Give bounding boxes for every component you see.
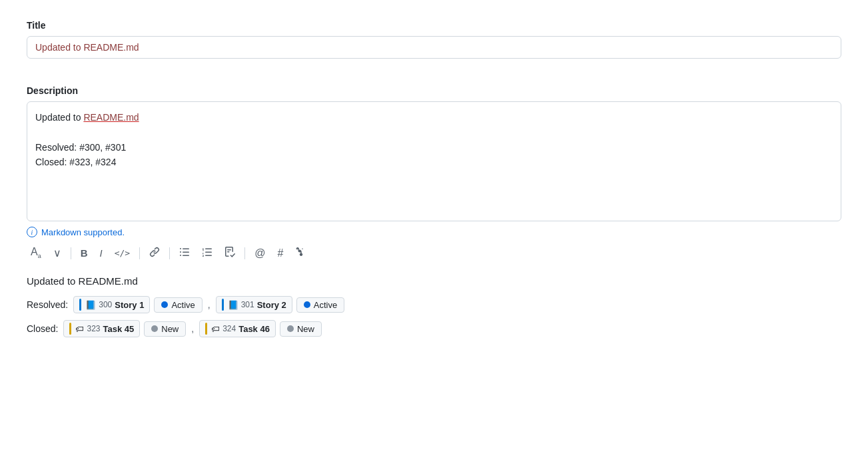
markdown-text: Markdown supported. (41, 227, 125, 237)
closed-item-2-id: 324 (222, 324, 236, 333)
bold-button[interactable]: B (77, 245, 92, 261)
accent-bar-yellow-2 (205, 323, 207, 335)
resolved-item-1-name: Story 1 (115, 300, 144, 310)
resolved-row: Resolved: 📘 300 Story 1 Active , 📘 301 S… (27, 296, 841, 313)
closed-item-1-status: New (144, 321, 186, 337)
resolved-label: Resolved: (27, 299, 68, 310)
resolved-item-2[interactable]: 📘 301 Story 2 (216, 296, 292, 313)
accent-bar-blue-1 (79, 299, 81, 311)
toolbar-divider-3 (169, 247, 170, 259)
italic-button[interactable]: I (96, 245, 107, 261)
task-list-icon (224, 247, 235, 259)
task-list-button[interactable] (220, 244, 239, 262)
closed-item-2-icon: 🏷 (211, 324, 220, 334)
accent-bar-yellow-1 (69, 323, 71, 335)
hash-icon: # (277, 248, 283, 259)
link-button[interactable] (145, 244, 164, 262)
closed-item-1-icon: 🏷 (75, 324, 84, 334)
resolved-item-1-status-label: Active (171, 300, 195, 310)
closed-item-2-status: New (280, 321, 322, 337)
preview-title: Updated to README.md (27, 275, 841, 287)
toolbar-divider-1 (71, 247, 71, 259)
status-dot-blue-2 (304, 301, 310, 308)
accent-bar-blue-2 (222, 299, 224, 311)
resolved-item-1-icon: 📘 (85, 300, 96, 310)
resolved-item-2-icon: 📘 (228, 300, 238, 310)
title-label: Title (27, 20, 841, 31)
info-icon: i (27, 227, 37, 237)
chevron-button[interactable]: ∨ (49, 245, 65, 261)
closed-label: Closed: (27, 323, 58, 334)
resolved-item-1-status: Active (154, 297, 202, 313)
closed-item-2-status-label: New (297, 324, 314, 334)
closed-item-1-name: Task 45 (103, 324, 135, 334)
text-style-button[interactable]: Aa (27, 244, 45, 262)
status-dot-gray-1 (151, 325, 158, 332)
pr-icon (295, 247, 306, 259)
italic-icon: I (100, 248, 103, 258)
resolved-item-2-name: Story 2 (257, 300, 286, 310)
description-label: Description (27, 85, 841, 96)
closed-item-1-status-label: New (161, 324, 179, 334)
toolbar: Aa ∨ B I </> (27, 244, 841, 262)
readme-link: README.md (83, 112, 139, 123)
link-icon (149, 247, 160, 259)
chevron-icon: ∨ (53, 248, 61, 259)
resolved-item-1[interactable]: 📘 300 Story 1 (73, 296, 150, 313)
markdown-note: i Markdown supported. (27, 227, 841, 237)
toolbar-divider-4 (244, 247, 245, 259)
title-section: Title (27, 20, 841, 72)
title-input[interactable] (27, 36, 841, 59)
hash-button[interactable]: # (273, 245, 287, 261)
closed-item-1[interactable]: 🏷 323 Task 45 (63, 320, 140, 337)
toolbar-divider-2 (139, 247, 140, 259)
resolved-item-1-id: 300 (99, 300, 112, 309)
mention-button[interactable]: @ (250, 245, 269, 261)
resolved-item-2-status-label: Active (314, 300, 337, 310)
resolved-item-2-status: Active (296, 297, 344, 313)
code-icon: </> (115, 249, 130, 257)
text-style-icon: Aa (31, 247, 41, 259)
closed-item-2[interactable]: 🏷 324 Task 46 (199, 320, 276, 337)
mention-icon: @ (254, 248, 265, 259)
resolved-item-2-id: 301 (241, 300, 254, 309)
resolved-closed-section: Resolved: 📘 300 Story 1 Active , 📘 301 S… (27, 296, 841, 337)
description-textarea[interactable]: Updated to README.md Resolved: #300, #30… (27, 101, 841, 221)
code-button[interactable]: </> (111, 246, 134, 260)
pr-button[interactable] (291, 244, 310, 262)
description-closed-line: Closed: #323, #324 (35, 155, 833, 169)
unordered-list-button[interactable] (175, 244, 194, 262)
status-dot-gray-2 (287, 325, 294, 332)
ordered-list-button[interactable] (198, 244, 217, 262)
unordered-list-icon (179, 247, 190, 259)
separator-2: , (191, 323, 194, 334)
closed-item-2-name: Task 46 (238, 324, 270, 334)
description-section: Description Updated to README.md Resolve… (27, 85, 841, 221)
bold-icon: B (81, 248, 88, 258)
closed-row: Closed: 🏷 323 Task 45 New , 🏷 324 Task 4… (27, 320, 841, 337)
description-resolved-line: Resolved: #300, #301 (35, 140, 833, 155)
closed-item-1-id: 323 (87, 324, 100, 333)
separator-1: , (208, 299, 211, 310)
ordered-list-icon (202, 247, 213, 259)
status-dot-blue-1 (161, 301, 168, 308)
